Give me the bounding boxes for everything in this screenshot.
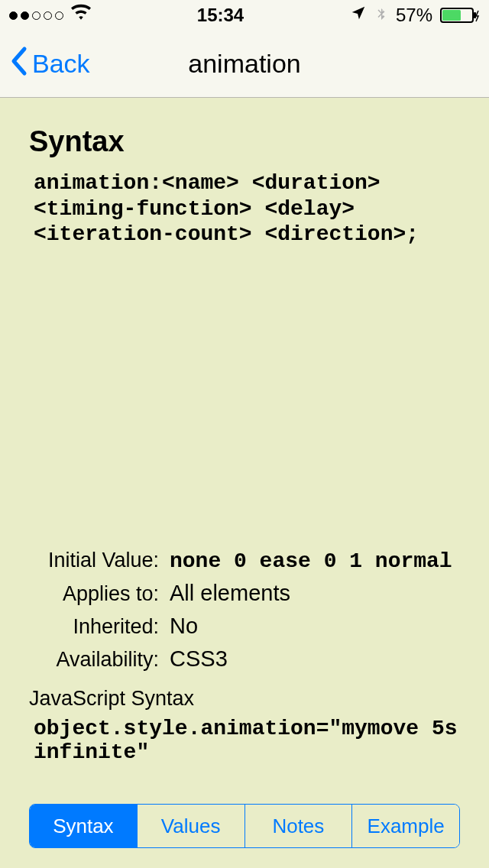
syntax-code: animation:<name> <duration> <timing-func…: [29, 170, 460, 248]
status-time: 15:34: [197, 5, 244, 26]
syntax-heading: Syntax: [29, 125, 460, 158]
battery-percentage: 57%: [396, 5, 432, 26]
property-label: Inherited:: [29, 615, 170, 639]
back-label: Back: [32, 49, 90, 79]
wifi-icon: [71, 3, 91, 28]
content-area: Syntax animation:<name> <duration> <timi…: [0, 98, 489, 868]
property-value: none 0 ease 0 1 normal: [170, 549, 452, 573]
tab-notes[interactable]: Notes: [245, 805, 353, 847]
status-left: [9, 3, 91, 28]
tab-example[interactable]: Example: [352, 805, 459, 847]
location-icon: [350, 5, 367, 26]
properties-table: Initial Value: none 0 ease 0 1 normal Ap…: [29, 549, 460, 764]
svg-rect-1: [442, 10, 461, 21]
tab-syntax[interactable]: Syntax: [30, 805, 138, 847]
property-label: Availability:: [29, 648, 170, 672]
chevron-left-icon: [9, 46, 28, 83]
status-bar: 15:34 57%: [0, 0, 489, 31]
tab-values[interactable]: Values: [138, 805, 245, 847]
js-syntax-label: JavaScript Syntax: [29, 687, 460, 711]
back-button[interactable]: Back: [0, 46, 90, 83]
navigation-bar: Back animation: [0, 31, 489, 98]
bluetooth-icon: [374, 4, 388, 27]
status-right: 57%: [350, 4, 480, 27]
property-row: Inherited: No: [29, 614, 460, 639]
property-row: Initial Value: none 0 ease 0 1 normal: [29, 549, 460, 573]
property-row: Availability: CSS3: [29, 646, 460, 672]
property-label: Applies to:: [29, 582, 170, 606]
property-value: CSS3: [170, 646, 228, 672]
segmented-control: Syntax Values Notes Example: [29, 804, 460, 848]
svg-rect-2: [474, 12, 476, 18]
property-row: Applies to: All elements: [29, 581, 460, 606]
property-value: All elements: [170, 581, 290, 606]
signal-strength-icon: [9, 11, 63, 20]
property-value: No: [170, 614, 198, 639]
battery-icon: [440, 6, 480, 24]
property-label: Initial Value:: [29, 549, 170, 572]
js-syntax-code: object.style.animation="mymove 5s infini…: [29, 717, 460, 764]
